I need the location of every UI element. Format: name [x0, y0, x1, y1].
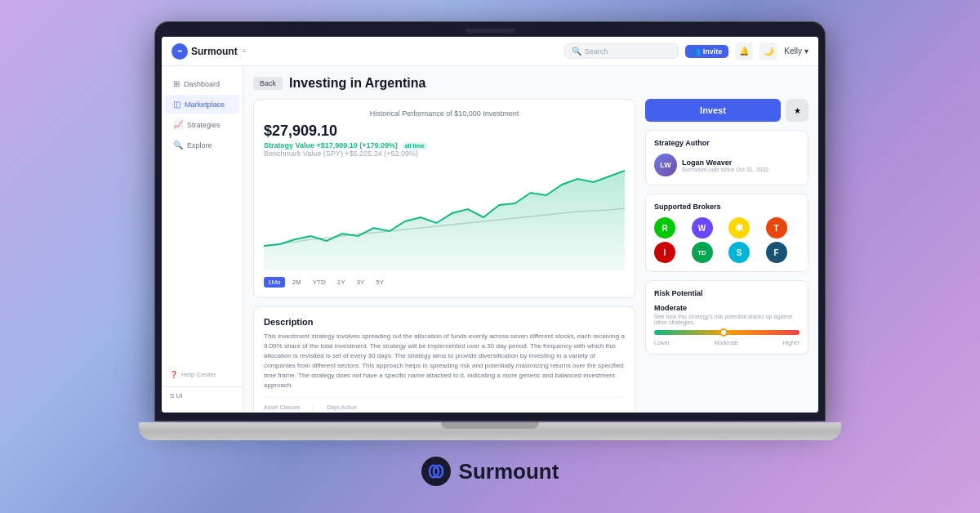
risk-section-title: Risk Potential [654, 289, 800, 297]
sidebar-user-label: S UI [170, 392, 183, 399]
tf-1mo[interactable]: 1Mo [264, 277, 285, 288]
sidebar-label-dashboard: Dashboard [184, 80, 220, 88]
broker-webull: W [692, 217, 713, 239]
chevron-down-icon: ▾ [804, 47, 808, 56]
logo-text: Surmount [191, 46, 238, 57]
right-panel: Invest ★ Strategy Author LW [645, 99, 808, 413]
sidebar-help[interactable]: ❓ Help Center [162, 368, 243, 381]
description-title: Description [264, 317, 625, 327]
explore-icon: 🔍 [173, 141, 183, 149]
nav-logo: ∞ Surmount ≡ [172, 43, 246, 60]
chart-title: Historical Performance of $10,000 Invest… [264, 109, 625, 118]
svg-point-1 [421, 457, 451, 486]
broker-schwab: S [728, 242, 750, 263]
page-header: Back Investing in Argentina [253, 76, 808, 91]
risk-description: See how this strategy's risk potential s… [654, 314, 800, 325]
search-icon: 🔍 [572, 47, 581, 56]
brokers-card: Supported Brokers R W ✱ [645, 194, 808, 272]
brokers-grid: R W ✱ T [654, 217, 800, 263]
chart-svg [264, 164, 625, 270]
risk-level: Moderate [654, 304, 800, 312]
theme-button[interactable]: 🌙 [760, 42, 777, 60]
app-body: ⊞ Dashboard ◫ Marketplace 📈 Strategies 🔍… [162, 66, 818, 413]
sidebar-user: S UI [162, 386, 243, 404]
marketplace-icon: ◫ [173, 100, 180, 109]
invite-label: Invite [703, 47, 723, 56]
tf-3y[interactable]: 3Y [352, 277, 368, 288]
search-bar[interactable]: 🔍 Search [564, 43, 679, 59]
days-active-label: Days Active [327, 404, 357, 410]
days-active-value: 1827 [327, 412, 357, 413]
svg-marker-0 [264, 171, 625, 270]
user-menu-button[interactable]: Kelly ▾ [784, 47, 808, 56]
broker-ibkr: I [654, 242, 675, 263]
author-name: Logan Weaver [682, 158, 768, 167]
tf-5y[interactable]: 5Y [372, 277, 388, 288]
strategies-icon: 📈 [173, 120, 183, 129]
invest-button[interactable]: Invest [645, 99, 781, 122]
main-content: Back Investing in Argentina Historical P… [243, 66, 818, 413]
author-since: Surmount user since Oct 31, 2022 [682, 167, 768, 172]
broker-td: TD [692, 242, 713, 263]
sidebar-label-marketplace: Marketplace [185, 100, 225, 109]
tf-1y[interactable]: 1Y [333, 277, 350, 288]
top-nav: ∞ Surmount ≡ 🔍 Search 👥 Invite 🔔 🌙 Kelly [162, 37, 818, 66]
chart-card: Historical Performance of $10,000 Invest… [253, 99, 635, 298]
risk-bar [654, 330, 800, 335]
notifications-button[interactable]: 🔔 [735, 42, 753, 60]
laptop-mockup: ∞ Surmount ≡ 🔍 Search 👥 Invite 🔔 🌙 Kelly [155, 22, 825, 447]
risk-label-moderate: Moderate [714, 340, 738, 346]
tf-ytd[interactable]: YTD [309, 277, 330, 288]
content-grid: Historical Performance of $10,000 Invest… [253, 99, 808, 413]
tf-2m[interactable]: 2M [288, 277, 305, 288]
sidebar-item-strategies[interactable]: 📈 Strategies [165, 115, 239, 134]
laptop-base [139, 422, 841, 440]
left-panel: Historical Performance of $10,000 Invest… [253, 99, 635, 413]
invite-button[interactable]: 👥 Invite [685, 45, 729, 58]
risk-indicator [719, 328, 728, 337]
brand-footer: Surmount [421, 447, 559, 491]
search-placeholder: Search [585, 47, 608, 56]
favorite-button[interactable]: ★ [786, 99, 808, 122]
help-label: Help Center [181, 371, 216, 378]
chart-benchmark-value: Benchmark Value (SPY) +$5,225.24 (+52.09… [264, 149, 625, 158]
dashboard-icon: ⊞ [173, 79, 180, 88]
chart-timeframes: 1Mo 2M YTD 1Y 3Y 5Y [264, 277, 625, 288]
chart-area [264, 164, 625, 270]
broker-alpaca: ✱ [728, 217, 750, 239]
laptop-notch [466, 29, 514, 33]
broker-fidelity: F [766, 242, 787, 263]
brand-name: Surmount [459, 459, 559, 484]
laptop-screen: ∞ Surmount ≡ 🔍 Search 👥 Invite 🔔 🌙 Kelly [162, 37, 818, 413]
sidebar-item-explore[interactable]: 🔍 Explore [165, 136, 239, 154]
sidebar-item-dashboard[interactable]: ⊞ Dashboard [165, 74, 239, 93]
risk-label-higher: Higher [782, 340, 800, 346]
description-card: Description This investment strategy inv… [253, 306, 635, 413]
risk-label-lower: Lower [654, 340, 670, 346]
invest-row: Invest ★ [645, 99, 808, 122]
back-button[interactable]: Back [253, 77, 283, 90]
laptop-screen-outer: ∞ Surmount ≡ 🔍 Search 👥 Invite 🔔 🌙 Kelly [155, 22, 825, 421]
description-text: This investment strategy involves spread… [264, 332, 625, 390]
brokers-section-title: Supported Brokers [654, 203, 800, 211]
risk-card: Risk Potential Moderate See how this str… [645, 280, 808, 355]
chart-strategy-value: Strategy Value +$17,909.10 (+179.09%) al… [264, 141, 625, 149]
sidebar-label-explore: Explore [187, 141, 212, 149]
broker-tradestation: T [766, 217, 787, 239]
author-info: Logan Weaver Surmount user since Oct 31,… [682, 158, 768, 172]
author-avatar: LW [654, 154, 677, 176]
all-time-badge: all time [403, 142, 427, 149]
chart-current-value: $27,909.10 [264, 123, 625, 140]
sidebar-label-strategies: Strategies [187, 121, 220, 129]
asset-classes-value: Equity [264, 412, 300, 413]
broker-robinhood: R [654, 217, 675, 239]
stats-row: Asset Classes Equity Days Active 1827 [264, 397, 625, 413]
sidebar-item-marketplace[interactable]: ◫ Marketplace [165, 95, 239, 114]
help-icon: ❓ [170, 371, 178, 378]
asset-classes-label: Asset Classes [264, 404, 300, 410]
author-card: Strategy Author LW Logan Weaver Surmount… [645, 130, 808, 185]
logo-icon: ∞ [172, 43, 188, 60]
author-section-title: Strategy Author [654, 139, 800, 147]
brand-logo-icon [421, 457, 451, 486]
risk-labels: Lower Moderate Higher [654, 340, 800, 346]
